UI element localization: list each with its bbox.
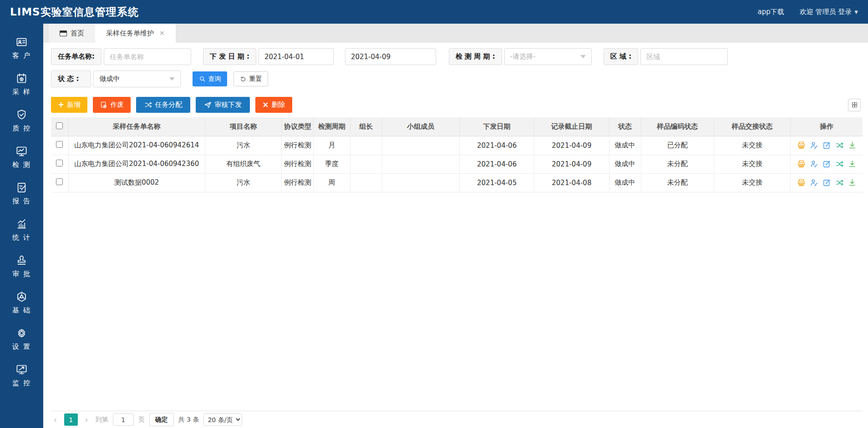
col-code-status: 样品编码状态 (641, 117, 714, 136)
issue-date-label: 下 发 日 期 : (203, 48, 256, 65)
sidebar-item-basic[interactable]: 基 础 (0, 285, 43, 321)
cell-members (382, 136, 459, 155)
gear-icon (15, 327, 28, 339)
delete-button[interactable]: × 删除 (255, 97, 292, 113)
close-icon[interactable]: ✕ (159, 30, 165, 37)
sidebar-item-approval[interactable]: 审 批 (0, 248, 43, 285)
print-icon[interactable] (797, 178, 806, 187)
pagination-bar: ‹ 1 › 到第 页 确定 共 3 条 20 条/页 (51, 411, 863, 428)
cell-status: 做成中 (609, 136, 641, 155)
sidebar-item-monitoring[interactable]: 监 控 (0, 358, 43, 394)
cell-task-name: 山东电力集团公司2021-04-060942614 (68, 136, 205, 155)
download-icon[interactable] (848, 160, 857, 168)
download-icon[interactable] (848, 178, 857, 187)
print-icon[interactable] (797, 141, 806, 150)
reset-button[interactable]: 重置 (233, 71, 268, 86)
row-checkbox[interactable] (56, 141, 63, 148)
row-checkbox[interactable] (56, 160, 63, 166)
col-task-name: 采样任务单名称 (68, 117, 205, 136)
sidebar-item-testing[interactable]: 检 测 (0, 139, 43, 176)
search-icon (199, 76, 206, 82)
cell-protocol: 例行检测 (282, 155, 314, 173)
sidebar-label: 客 户 (12, 51, 31, 60)
cell-deadline: 2021-04-09 (534, 136, 609, 155)
sidebar-item-statistics[interactable]: 统 计 (0, 212, 43, 248)
sidebar-item-customer[interactable]: 客 户 (0, 30, 43, 66)
monitor-arrow-icon (15, 363, 28, 376)
assign-user-icon[interactable] (810, 178, 818, 187)
issue-date-to-input[interactable] (345, 48, 436, 65)
cell-issue-date: 2021-04-06 (459, 155, 534, 173)
goto-label: 到第 (96, 416, 108, 424)
shuffle-icon[interactable] (835, 160, 844, 168)
tab-sampling-task-maintenance[interactable]: 采样任务单维护 ✕ (95, 24, 176, 43)
cell-task-name: 测试数据0002 (68, 173, 205, 192)
cell-status: 做成中 (609, 155, 641, 173)
grid-icon (851, 101, 858, 108)
assign-user-icon[interactable] (810, 141, 818, 150)
edit-icon[interactable] (822, 178, 831, 187)
column-settings-button[interactable] (848, 99, 861, 111)
add-button[interactable]: + 新增 (51, 97, 87, 113)
paper-plane-icon (204, 101, 212, 109)
col-status: 状态 (609, 117, 641, 136)
select-all-checkbox[interactable] (56, 122, 63, 129)
app-download-link[interactable]: app下载 (758, 8, 784, 16)
cell-handover-status: 未交接 (714, 173, 790, 192)
row-select-cell (51, 173, 68, 192)
document-cancel-icon (100, 101, 107, 109)
sidebar-item-sampling[interactable]: 采 样 (0, 66, 43, 103)
sidebar-item-report[interactable]: 报 告 (0, 176, 43, 212)
col-cycle: 检测周期 (314, 117, 350, 136)
test-cycle-label: 检 测 周 期 : (449, 48, 502, 65)
cell-code-status: 未分配 (641, 173, 714, 192)
user-menu[interactable]: 欢迎 管理员 登录 ▼ (800, 8, 858, 16)
row-checkbox[interactable] (56, 178, 63, 185)
sidebar-item-settings[interactable]: 设 置 (0, 321, 43, 358)
cell-cycle: 季度 (314, 155, 350, 173)
task-name-input[interactable] (104, 48, 191, 65)
test-cycle-select[interactable]: -请选择- (504, 48, 592, 65)
cell-code-status: 已分配 (641, 136, 714, 155)
region-input[interactable] (640, 48, 728, 65)
print-icon[interactable] (797, 160, 806, 168)
col-protocol: 协议类型 (282, 117, 314, 136)
review-issue-button[interactable]: 审核下发 (196, 97, 250, 113)
tab-bar: 首页 采样任务单维护 ✕ (43, 24, 868, 43)
row-select-cell (51, 155, 68, 173)
cell-project: 有组织废气 (205, 155, 282, 173)
reset-button-label: 重置 (249, 75, 262, 83)
prev-page-icon[interactable]: ‹ (51, 415, 60, 424)
edit-icon[interactable] (822, 160, 831, 168)
confirm-page-button[interactable]: 确定 (149, 413, 174, 426)
row-select-cell (51, 136, 68, 155)
sidebar-item-qc[interactable]: 质 控 (0, 103, 43, 139)
cube-icon (15, 291, 28, 303)
sidebar-label: 检 测 (12, 161, 31, 169)
assign-user-icon[interactable] (810, 160, 818, 168)
sidebar: 客 户 采 样 质 控 检 测 报 告 统 计 审 批 基 础 (0, 24, 43, 428)
download-icon[interactable] (848, 141, 857, 150)
refresh-icon (240, 76, 247, 82)
monitor-chart-icon (15, 145, 28, 157)
current-page-button[interactable]: 1 (64, 413, 78, 426)
search-button[interactable]: 查询 (193, 71, 227, 86)
tab-home[interactable]: 首页 (49, 24, 95, 43)
assign-task-button[interactable]: 任务分配 (136, 97, 190, 113)
plus-icon: + (58, 101, 64, 109)
cell-cycle: 月 (314, 136, 350, 155)
page-number-input[interactable] (113, 413, 134, 426)
page-size-select[interactable]: 20 条/页 (203, 413, 242, 426)
shuffle-icon[interactable] (835, 178, 844, 187)
next-page-icon[interactable]: › (82, 415, 91, 424)
sidebar-label: 质 控 (12, 124, 31, 133)
test-cycle-value: -请选择- (510, 52, 536, 61)
edit-icon[interactable] (822, 141, 831, 150)
id-card-icon (15, 36, 28, 48)
page-unit-label: 页 (138, 416, 145, 424)
status-select[interactable]: 做成中 (93, 70, 181, 87)
issue-date-from-input[interactable] (259, 48, 334, 65)
shuffle-icon[interactable] (835, 141, 844, 150)
app-header: LIMS实验室信息管理系统 app下载 欢迎 管理员 登录 ▼ (0, 0, 868, 24)
void-button[interactable]: 作废 (93, 97, 131, 113)
